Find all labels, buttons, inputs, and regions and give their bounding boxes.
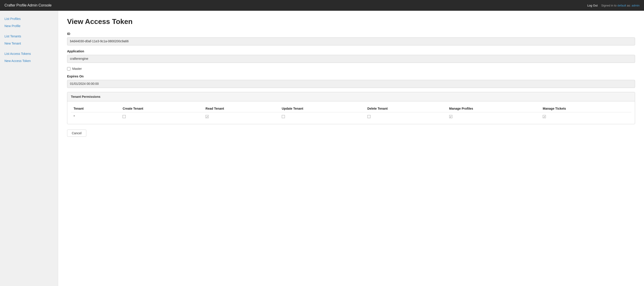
cell-delete_tenant <box>365 112 446 121</box>
id-label: ID <box>67 32 635 36</box>
manage_tickets-checkbox[interactable]: ✓ <box>543 115 546 118</box>
table-row: *✓✓✓ <box>71 112 631 121</box>
cell-create_tenant <box>120 112 203 121</box>
permissions-table: Tenant Create Tenant Read Tenant Update … <box>71 105 631 120</box>
cell-manage_tickets: ✓ <box>540 112 631 121</box>
cell-read_tenant: ✓ <box>203 112 279 121</box>
sidebar-item-list-tenants[interactable]: List Tenants <box>0 33 58 40</box>
expires-on-label: Expires On <box>67 75 635 78</box>
id-field-group: ID b4d44030-d0af-11e3-9c1a-0800200c9a66 <box>67 32 635 46</box>
sidebar-item-new-profile[interactable]: New Profile <box>0 22 58 30</box>
application-field-group: Application crafterengine <box>67 50 635 63</box>
header: Crafter Profile Admin Console Log Out Si… <box>0 0 644 11</box>
master-checkbox-row: Master <box>67 67 635 71</box>
sidebar-item-list-access-tokens[interactable]: List Access Tokens <box>0 50 58 57</box>
update_tenant-checkbox[interactable] <box>282 115 285 118</box>
cell-manage_profiles: ✓ <box>446 112 540 121</box>
read_tenant-checkbox[interactable]: ✓ <box>206 115 209 118</box>
delete_tenant-checkbox[interactable] <box>368 115 370 118</box>
user-link[interactable]: admin <box>632 4 640 7</box>
expires-on-value: 01/01/2024 00:00:00 <box>67 80 635 88</box>
sidebar-spacer-2 <box>0 47 58 50</box>
col-header-manage-tickets: Manage Tickets <box>540 105 631 112</box>
create_tenant-checkbox[interactable] <box>122 115 126 118</box>
master-label: Master <box>72 67 82 71</box>
sidebar: List Profiles New Profile List Tenants N… <box>0 11 58 286</box>
id-value: b4d44030-d0af-11e3-9c1a-0800200c9a66 <box>67 37 635 46</box>
sidebar-item-new-tenant[interactable]: New Tenant <box>0 40 58 47</box>
col-header-tenant: Tenant <box>71 105 120 112</box>
col-header-update-tenant: Update Tenant <box>279 105 365 112</box>
permissions-header: Tenant Permissions <box>67 92 635 101</box>
manage_profiles-checkbox[interactable]: ✓ <box>449 115 452 118</box>
sidebar-item-new-access-token[interactable]: New Access Token <box>0 57 58 65</box>
layout: List Profiles New Profile List Tenants N… <box>0 11 644 286</box>
permissions-panel: Tenant Permissions Tenant Create Tenant … <box>67 92 635 124</box>
main-content: View Access Token ID b4d44030-d0af-11e3-… <box>58 11 644 286</box>
col-header-delete-tenant: Delete Tenant <box>365 105 446 112</box>
header-right: Log Out Signed in to default as: admin <box>587 4 640 7</box>
app-title: Crafter Profile Admin Console <box>4 3 52 8</box>
cell-tenant: * <box>71 112 120 121</box>
application-value: crafterengine <box>67 55 635 63</box>
table-header-row: Tenant Create Tenant Read Tenant Update … <box>71 105 631 112</box>
col-header-create-tenant: Create Tenant <box>120 105 203 112</box>
cancel-button[interactable]: Cancel <box>67 130 86 137</box>
tenant-link[interactable]: default <box>618 4 626 7</box>
col-header-read-tenant: Read Tenant <box>203 105 279 112</box>
master-checkbox[interactable] <box>67 67 70 71</box>
logout-button[interactable]: Log Out <box>587 4 598 7</box>
signed-in-text: Signed in to default as: admin <box>601 4 640 7</box>
permissions-table-wrap: Tenant Create Tenant Read Tenant Update … <box>67 101 635 124</box>
page-title: View Access Token <box>67 18 635 26</box>
application-label: Application <box>67 50 635 53</box>
cell-update_tenant <box>279 112 365 121</box>
expires-on-field-group: Expires On 01/01/2024 00:00:00 <box>67 75 635 88</box>
col-header-manage-profiles: Manage Profiles <box>446 105 540 112</box>
sidebar-item-list-profiles[interactable]: List Profiles <box>0 15 58 22</box>
sidebar-spacer-1 <box>0 30 58 33</box>
